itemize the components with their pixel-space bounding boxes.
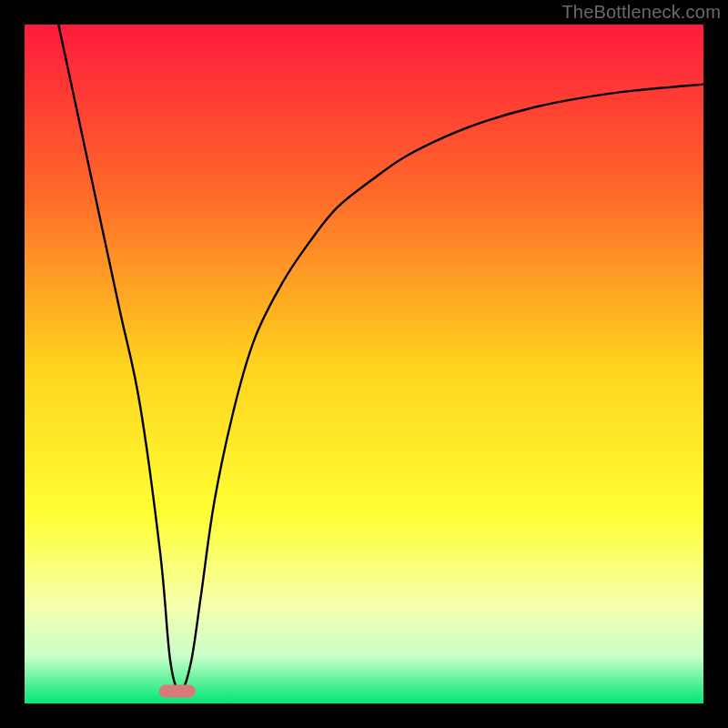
chart-svg — [25, 25, 703, 703]
plot-area — [25, 25, 703, 703]
optimal-marker — [159, 685, 196, 698]
gradient-background — [25, 25, 703, 703]
chart-frame: TheBottleneck.com — [0, 0, 728, 728]
attribution-label: TheBottleneck.com — [561, 2, 721, 23]
